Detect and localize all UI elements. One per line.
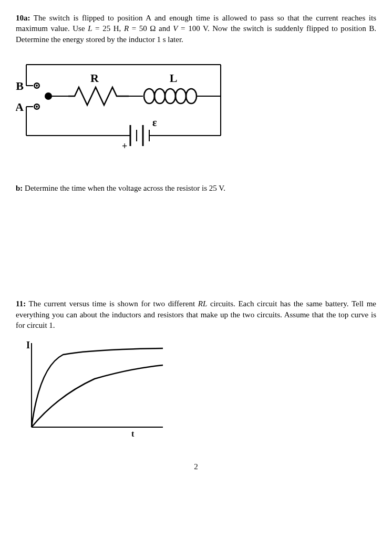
svg-text:R: R bbox=[90, 71, 99, 85]
eq-L: L bbox=[88, 24, 92, 33]
graph-y-label: I bbox=[26, 340, 30, 350]
problem-11-label: 11: bbox=[16, 299, 26, 308]
svg-text:A: A bbox=[16, 100, 24, 113]
svg-rect-38 bbox=[16, 57, 226, 151]
circuit-svg-clean: B A R L bbox=[16, 57, 226, 151]
problem-11-text1: The current versus time is shown for two… bbox=[26, 299, 198, 308]
page-number: 2 bbox=[16, 461, 376, 472]
svg-text:L: L bbox=[170, 71, 178, 85]
eq-V: V bbox=[173, 24, 178, 33]
problem-b: b: Determine the time when the voltage a… bbox=[16, 183, 376, 193]
svg-point-48 bbox=[36, 106, 38, 108]
problem-11-RL: RL bbox=[198, 299, 208, 308]
circuit-diagram: B A R L bbox=[16, 54, 376, 151]
eq-L-val: = 25 H, bbox=[92, 24, 124, 33]
svg-point-44 bbox=[36, 85, 38, 87]
svg-text:B: B bbox=[16, 79, 24, 92]
eq-R: R bbox=[124, 24, 129, 33]
problem-b-label: b: bbox=[16, 184, 23, 192]
problem-10a-label: 10a: bbox=[16, 14, 30, 22]
problem-11: 11: The current versus time is shown for… bbox=[16, 298, 376, 330]
eq-R-val: = 50 Ω and bbox=[129, 24, 173, 33]
svg-text:ε: ε bbox=[152, 117, 157, 128]
current-time-graph: I t bbox=[16, 338, 376, 440]
svg-text:+: + bbox=[122, 141, 127, 151]
graph-svg: I t bbox=[16, 338, 173, 438]
problem-b-text: Determine the time when the voltage acro… bbox=[23, 184, 225, 192]
graph-x-label: t bbox=[131, 429, 135, 438]
problem-10a: 10a: The switch is flipped to position A… bbox=[16, 13, 376, 45]
